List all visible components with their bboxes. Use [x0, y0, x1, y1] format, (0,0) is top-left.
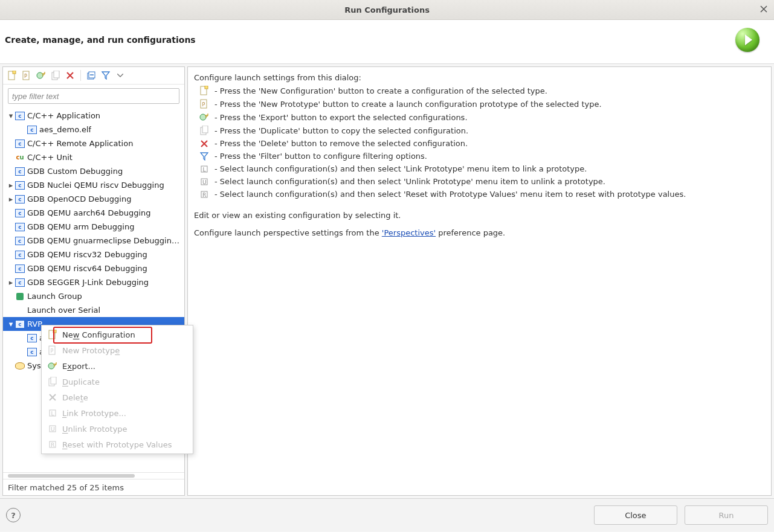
close-button[interactable]: Close: [594, 505, 677, 525]
svg-text:L: L: [203, 167, 206, 173]
toolbar-separator: [80, 70, 81, 81]
filter-input[interactable]: [8, 88, 179, 104]
tree-item-label: GDB QEMU gnuarmeclipse Debugging (D: [27, 236, 184, 245]
tree-item-label: GDB QEMU riscv64 Debugging: [27, 264, 147, 273]
tree-item[interactable]: ▸cGDB OpenOCD Debugging: [3, 192, 184, 206]
link-icon: L: [48, 409, 57, 417]
svg-text:U: U: [51, 426, 55, 432]
proto-icon: P: [199, 99, 210, 109]
tree-item[interactable]: ▸cC/C++ Remote Application: [3, 136, 184, 150]
hint-text: - Press the 'Filter' button to configure…: [214, 152, 427, 161]
perspectives-link[interactable]: 'Perspectives': [382, 228, 436, 237]
dialog-footer: ? Close Run: [0, 498, 774, 531]
c-config-icon: c: [27, 333, 37, 343]
hint-row: U - Select launch configuration(s) and t…: [199, 177, 765, 186]
tree-item[interactable]: ▸cGDB QEMU riscv32 Debugging: [3, 248, 184, 261]
collapse-all-icon: [87, 71, 95, 80]
new-file-icon: [8, 71, 16, 80]
svg-rect-28: [51, 377, 56, 384]
duplicate-icon: [51, 71, 60, 80]
svg-rect-15: [202, 126, 208, 133]
perspective-suffix: preference page.: [436, 228, 505, 237]
c-config-icon: c: [15, 208, 25, 218]
context-menu-label: Unlink Prototype: [62, 425, 187, 434]
tree-item[interactable]: ▸cGDB QEMU arm Debugging: [3, 220, 184, 234]
tree-item[interactable]: ▸cuC/C++ Unit: [3, 150, 184, 164]
svg-text:P: P: [24, 74, 27, 79]
c-config-icon: c: [15, 167, 25, 176]
caret-down-icon[interactable]: ▾: [7, 319, 15, 328]
svg-rect-23: [53, 330, 56, 333]
tree-item[interactable]: ▸Launch Group: [3, 289, 184, 303]
c-config-icon: c: [15, 222, 25, 232]
chevron-down-icon: [117, 74, 123, 77]
toolbar-new-prototype[interactable]: P: [21, 70, 32, 81]
tree-item[interactable]: ▸cGDB QEMU gnuarmeclipse Debugging (D: [3, 234, 184, 248]
systemtap-icon: [15, 361, 25, 371]
svg-rect-1: [13, 71, 16, 74]
svg-rect-6: [54, 71, 59, 78]
context-menu-item-new_config[interactable]: New Configuration: [42, 327, 193, 342]
main-panel: Configure launch settings from this dial…: [187, 66, 772, 496]
funnel-icon: [102, 71, 110, 80]
tree-item[interactable]: ▸cLaunch over Serial: [3, 303, 184, 317]
delete-icon: [48, 394, 57, 401]
proto-icon: P: [48, 345, 57, 355]
tree-item-label: GDB QEMU aarch64 Debugging: [27, 208, 151, 217]
duplicate-icon: [199, 126, 210, 135]
c-config-icon: c: [15, 250, 25, 260]
hint-row: - Press the 'New Configuration' button t…: [199, 86, 765, 95]
caret-right-icon[interactable]: ▸: [7, 194, 15, 204]
toolbar-collapse-all[interactable]: [86, 70, 97, 81]
link-icon: L: [199, 165, 210, 173]
context-menu-item-export[interactable]: Export...: [42, 358, 193, 374]
tree-item-label: GDB QEMU arm Debugging: [27, 222, 134, 231]
tree-item[interactable]: ▸cGDB Custom Debugging: [3, 164, 184, 178]
filter-icon: [199, 152, 210, 161]
dialog-heading: Create, manage, and run configurations: [5, 35, 196, 45]
svg-text:R: R: [51, 442, 54, 448]
toolbar-filter-menu[interactable]: [115, 70, 126, 81]
c-config-icon: c: [15, 181, 25, 190]
caret-right-icon[interactable]: ▸: [7, 181, 15, 190]
perspective-hint: Configure launch perspective settings fr…: [194, 228, 765, 237]
sidebar-toolbar: P: [3, 67, 184, 85]
hint-text: - Press the 'Duplicate' button to copy t…: [214, 126, 468, 135]
tree-item[interactable]: ▸cGDB Nuclei QEMU riscv Debugging: [3, 178, 184, 192]
toolbar-filter[interactable]: [100, 70, 111, 81]
edit-hint: Edit or view an existing configuration b…: [194, 211, 765, 220]
caret-right-icon[interactable]: ▸: [7, 278, 15, 287]
toolbar-delete[interactable]: [65, 70, 76, 81]
c-config-icon: c: [15, 139, 25, 149]
new-icon: [48, 330, 57, 339]
toolbar-export[interactable]: [36, 70, 47, 81]
c-config-icon: c: [27, 347, 37, 357]
tree-item-label: aes_demo.elf: [39, 125, 91, 134]
c-config-icon: c: [15, 194, 25, 204]
scrollbar-thumb[interactable]: [8, 474, 135, 478]
run-button[interactable]: Run: [685, 505, 768, 525]
hint-row: R - Select launch configuration(s) and t…: [199, 190, 765, 199]
context-menu-item-new_proto: PNew Prototype: [42, 342, 193, 358]
window-close-button[interactable]: [758, 4, 769, 14]
unlink-icon: U: [199, 178, 210, 186]
tree-item-label: GDB Custom Debugging: [27, 167, 123, 176]
run-icon: [735, 28, 759, 52]
hint-row: - Press the 'Duplicate' button to copy t…: [199, 126, 765, 135]
toolbar-new-config[interactable]: [7, 70, 18, 81]
c-unit-icon: cu: [15, 153, 25, 162]
tree-item-label: RVP: [27, 319, 42, 328]
reset-icon: R: [48, 440, 57, 449]
horizontal-scrollbar[interactable]: [3, 472, 184, 479]
tree-item[interactable]: ▸cGDB QEMU aarch64 Debugging: [3, 206, 184, 220]
tree-item[interactable]: ▸caes_demo.elf: [3, 123, 184, 136]
caret-down-icon[interactable]: ▾: [7, 111, 15, 120]
tree-item[interactable]: ▸cGDB QEMU riscv64 Debugging: [3, 261, 184, 275]
svg-text:R: R: [202, 192, 206, 198]
context-menu[interactable]: New ConfigurationPNew PrototypeExport...…: [41, 325, 193, 454]
toolbar-duplicate[interactable]: [50, 70, 61, 81]
tree-item[interactable]: ▾cC/C++ Application: [3, 109, 184, 123]
hint-text: - Select launch configuration(s) and the…: [214, 177, 605, 186]
tree-item[interactable]: ▸cGDB SEGGER J-Link Debugging: [3, 275, 184, 289]
help-button[interactable]: ?: [6, 508, 21, 522]
